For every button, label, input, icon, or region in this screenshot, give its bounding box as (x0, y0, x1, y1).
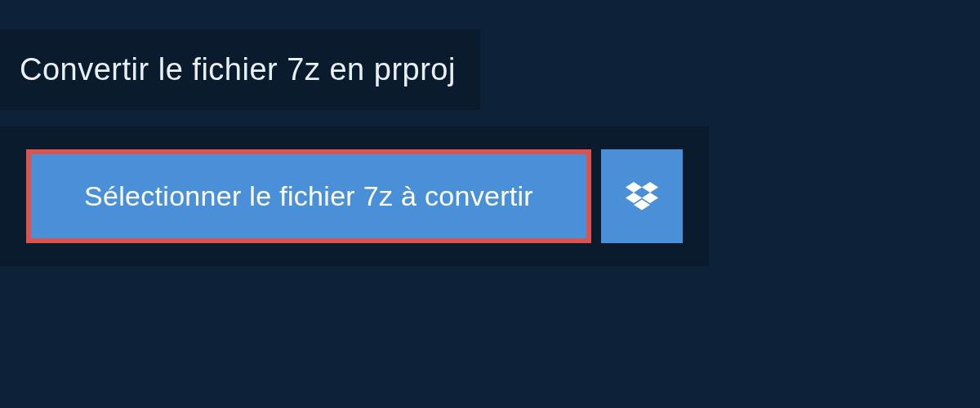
title-bar: Convertir le fichier 7z en prproj (0, 29, 480, 110)
select-file-button[interactable]: Sélectionner le fichier 7z à convertir (26, 149, 591, 243)
dropbox-button[interactable] (601, 149, 683, 243)
upload-panel: Sélectionner le fichier 7z à convertir (0, 126, 709, 266)
dropbox-icon (626, 182, 658, 211)
main-container: Convertir le fichier 7z en prproj Sélect… (0, 0, 980, 266)
page-title: Convertir le fichier 7z en prproj (20, 52, 456, 87)
button-row: Sélectionner le fichier 7z à convertir (26, 149, 683, 243)
